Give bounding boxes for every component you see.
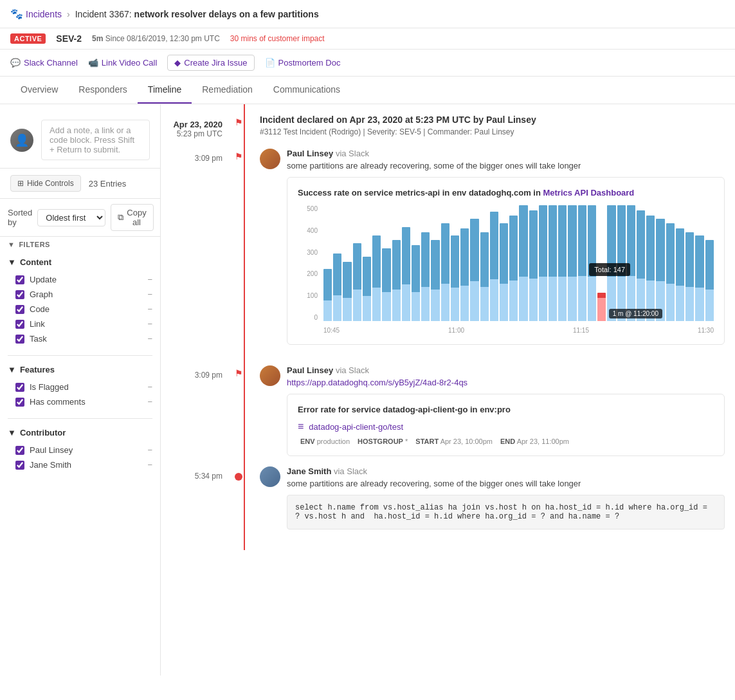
filter-link-checkbox[interactable]	[15, 320, 24, 329]
error-card: Error rate for service datadog-api-clien…	[287, 394, 725, 456]
sidebar: 👤 Add a note, a link or a code block. Pr…	[0, 104, 161, 676]
filter-collapse-icon[interactable]: ▼	[8, 241, 15, 248]
tab-timeline[interactable]: Timeline	[138, 77, 192, 104]
top-bar: 🐾 Incidents › Incident 3367: network res…	[0, 0, 735, 28]
filter-comments-label: Has comments	[30, 397, 142, 407]
tl-message-1: some partitions are already recovering, …	[287, 161, 725, 170]
filter-comments-checkbox[interactable]	[15, 398, 24, 407]
breadcrumb-separator: ›	[67, 9, 70, 19]
tl-avatar-jane	[260, 466, 280, 487]
tab-communications[interactable]: Communications	[263, 77, 350, 104]
action-bar: 💬 Slack Channel 📹 Link Video Call ◆ Crea…	[0, 50, 735, 77]
filter-contributor-chevron: ▼	[8, 428, 16, 438]
tl-item-with-avatar-2: Paul Linsey via Slack https://app.datado…	[260, 365, 725, 456]
filter-task-label: Task	[30, 334, 142, 344]
incidents-icon: 🐾	[10, 8, 23, 20]
status-impact: 30 mins of customer impact	[230, 34, 325, 43]
filter-content-toggle[interactable]: ▼ Content	[8, 257, 152, 267]
filter-paul-checkbox[interactable]	[15, 446, 24, 455]
filter-features-chevron: ▼	[8, 365, 16, 374]
service-env: ENV production	[300, 438, 350, 445]
filter-flagged-label: Is Flagged	[30, 382, 142, 392]
timeline-wrapper: Apr 23, 2020 5:23 pm UTC ⚑ Incident decl…	[161, 104, 735, 550]
incidents-label[interactable]: Incidents	[26, 9, 62, 19]
filter-jane-label: Jane Smith	[30, 460, 142, 470]
note-input-area: 👤 Add a note, a link or a code block. Pr…	[0, 112, 160, 169]
slack-channel-link[interactable]: 💬 Slack Channel	[10, 58, 78, 68]
active-badge: ACTIVE	[10, 33, 46, 44]
controls-bar: ⊞ Hide Controls 23 Entries	[0, 169, 160, 199]
error-service: ≡ datadog-api-client-go/test	[298, 421, 714, 432]
tl-time-2: 3:09 pm	[171, 365, 222, 456]
timeline-item-3: 5:34 pm Jane Smith via Slack	[171, 466, 725, 530]
sort-controls: Sorted by Oldest first Newest first ⧉ Co…	[0, 199, 160, 237]
link-video-link[interactable]: 📹 Link Video Call	[88, 58, 157, 68]
tl-marker-3	[222, 466, 255, 530]
chart-card-1: Success rate on service metrics-api in e…	[287, 177, 725, 345]
tl-body-3: Jane Smith via Slack some partitions are…	[287, 466, 725, 530]
tl-author-1: Paul Linsey via Slack	[287, 149, 725, 158]
error-card-title: Error rate for service datadog-api-clien…	[298, 405, 714, 414]
filter-update-checkbox[interactable]	[15, 275, 24, 284]
tab-remediation[interactable]: Remediation	[192, 77, 263, 104]
timeline-area: Apr 23, 2020 5:23 pm UTC ⚑ Incident decl…	[161, 104, 735, 676]
filter-section-contributor: ▼ Contributor Paul Linsey − Jane Smith −	[0, 423, 160, 477]
main-layout: 👤 Add a note, a link or a code block. Pr…	[0, 104, 735, 676]
filter-task-checkbox[interactable]	[15, 335, 24, 344]
service-meta: ENV production HOSTGROUP * START Apr 23,…	[298, 438, 714, 445]
chart-x-axis: 10:45 11:00 11:15 11:30	[323, 327, 714, 334]
tl-item-with-avatar-3: Jane Smith via Slack some partitions are…	[260, 466, 725, 530]
tl-author-3: Jane Smith via Slack	[287, 466, 725, 476]
tl-content-1: Paul Linsey via Slack some partitions ar…	[255, 149, 725, 355]
filter-flagged-checkbox[interactable]	[15, 383, 24, 392]
tab-overview[interactable]: Overview	[10, 77, 68, 104]
timeline-item-1: 3:09 pm ⚑ Paul Linsey via Slack	[171, 149, 725, 355]
filter-features-toggle[interactable]: ▼ Features	[8, 365, 152, 374]
tl-author-2: Paul Linsey via Slack	[287, 365, 725, 375]
incident-marker-col: ⚑	[222, 115, 255, 138]
tab-responders[interactable]: Responders	[68, 77, 138, 104]
chart-dashboard-link[interactable]: Metrics API Dashboard	[543, 188, 634, 198]
tl-avatar-paul-2	[260, 365, 280, 386]
tl-link-2[interactable]: https://app.datadoghq.com/s/yB5yjZ/4ad-8…	[287, 378, 467, 387]
copy-icon: ⧉	[118, 212, 123, 223]
filter-graph-checkbox[interactable]	[15, 290, 24, 299]
filter-code-checkbox[interactable]	[15, 305, 24, 314]
chart-tooltip: Total: 147	[589, 263, 630, 276]
tl-flag-1: ⚑	[235, 149, 243, 355]
chart-tooltip-time: 1 m @ 11:20:00	[609, 309, 662, 318]
filters-header: ▼ FILTERS	[0, 237, 160, 252]
user-avatar: 👤	[10, 129, 33, 152]
filter-item-paul: Paul Linsey −	[8, 443, 152, 457]
incident-date-col: Apr 23, 2020 5:23 pm UTC	[171, 115, 222, 138]
sort-select[interactable]: Oldest first Newest first	[37, 209, 105, 226]
tl-avatar-paul-1	[260, 149, 280, 169]
create-jira-button[interactable]: ◆ Create Jira Issue	[167, 55, 254, 71]
service-name[interactable]: datadog-api-client-go/test	[309, 422, 403, 432]
copy-all-button[interactable]: ⧉ Copy all	[111, 204, 153, 231]
chart-title-1: Success rate on service metrics-api in e…	[298, 188, 714, 198]
chart-bars	[323, 205, 714, 321]
hide-controls-icon: ⊞	[17, 179, 24, 188]
postmortem-link[interactable]: 📄 Postmortem Doc	[265, 58, 341, 68]
hide-controls-button[interactable]: ⊞ Hide Controls	[10, 175, 81, 192]
filter-contributor-toggle[interactable]: ▼ Contributor	[8, 428, 152, 438]
filter-item-code: Code −	[8, 302, 152, 317]
filter-item-update: Update −	[8, 272, 152, 287]
tl-red-dot-3	[235, 473, 242, 481]
code-block-3: select h.name from vs.host_alias ha join…	[287, 495, 725, 530]
service-hostgroup: HOSTGROUP *	[358, 438, 408, 445]
tl-body-1: Paul Linsey via Slack some partitions ar…	[287, 149, 725, 355]
service-end: END Apr 23, 11:00pm	[500, 438, 569, 445]
tl-message-3: some partitions are already recovering, …	[287, 479, 725, 488]
incident-title: Incident 3367: network resolver delays o…	[75, 9, 319, 19]
filter-jane-checkbox[interactable]	[15, 461, 24, 470]
note-input[interactable]: Add a note, a link or a code block. Pres…	[41, 120, 150, 160]
status-bar: ACTIVE SEV-2 5m Since 08/16/2019, 12:30 …	[0, 28, 735, 50]
filter-item-graph: Graph −	[8, 287, 152, 302]
incidents-link[interactable]: 🐾 Incidents	[10, 8, 62, 20]
filter-item-link: Link −	[8, 317, 152, 331]
filter-content-chevron: ▼	[8, 257, 16, 267]
filter-item-task: Task −	[8, 331, 152, 346]
jira-icon: ◆	[174, 58, 181, 68]
